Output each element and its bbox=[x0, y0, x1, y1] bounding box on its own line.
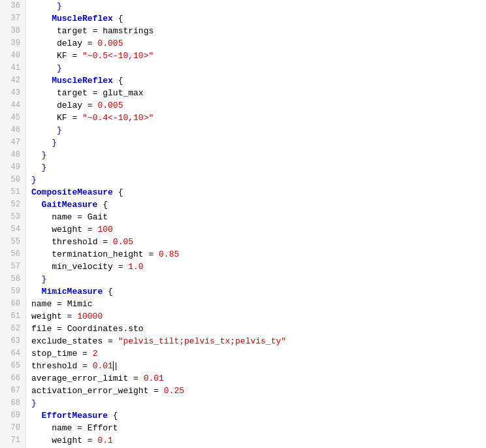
table-row: 40 KF = "~0.5<-10,10>" bbox=[0, 50, 486, 62]
code-token: = bbox=[52, 299, 67, 309]
code-token: = bbox=[67, 113, 82, 123]
table-row: 36 } bbox=[0, 0, 486, 12]
line-content[interactable]: } bbox=[26, 174, 486, 186]
line-content[interactable]: } bbox=[26, 149, 486, 161]
line-content[interactable]: activation_error_weight = 0.25 bbox=[26, 385, 486, 397]
table-row: 42 MuscleReflex { bbox=[0, 74, 486, 87]
table-row: 64stop_time = 2 bbox=[0, 347, 486, 360]
code-token: name bbox=[52, 423, 72, 433]
line-content[interactable]: KF = "~0.5<-10,10>" bbox=[26, 50, 486, 62]
code-token: = bbox=[88, 88, 103, 98]
code-token: stop_time bbox=[31, 349, 77, 359]
line-number: 64 bbox=[0, 347, 26, 360]
line-content[interactable]: } bbox=[26, 124, 486, 136]
line-content[interactable]: } bbox=[26, 273, 486, 285]
line-number: 60 bbox=[0, 298, 26, 310]
line-content[interactable]: target = hamstrings bbox=[26, 25, 486, 37]
code-token: } bbox=[57, 63, 62, 73]
table-row: 65threshold = 0.01| bbox=[0, 360, 486, 372]
code-token: name bbox=[52, 212, 72, 222]
code-token: target bbox=[57, 88, 88, 98]
line-number: 36 bbox=[0, 0, 26, 12]
line-content[interactable]: MuscleReflex { bbox=[26, 12, 486, 25]
code-token: = bbox=[128, 374, 143, 383]
line-content[interactable]: } bbox=[26, 0, 486, 12]
line-content[interactable]: } bbox=[26, 136, 486, 149]
code-token: = bbox=[97, 237, 112, 247]
line-content[interactable]: KF = "~0.4<-10,10>" bbox=[26, 112, 486, 124]
table-row: 38 target = hamstrings bbox=[0, 25, 486, 37]
line-content[interactable]: name = Gait bbox=[26, 211, 486, 223]
code-token: = bbox=[148, 386, 163, 396]
line-content[interactable]: name = Effort bbox=[26, 422, 486, 434]
table-row: 37 MuscleReflex { bbox=[0, 12, 486, 25]
code-token: glut_max bbox=[103, 88, 143, 98]
code-token: min_velocity bbox=[52, 262, 113, 272]
table-row: 53 name = Gait bbox=[0, 211, 486, 223]
line-content[interactable]: exclude_states = "pelvis_tilt;pelvis_tx;… bbox=[26, 335, 486, 347]
code-token: Mimic bbox=[67, 299, 93, 309]
code-token: { bbox=[108, 411, 118, 421]
line-content[interactable]: CompositeMeasure { bbox=[26, 186, 486, 199]
line-content[interactable]: MuscleReflex { bbox=[26, 74, 486, 87]
code-token: Effort bbox=[88, 423, 118, 433]
code-token: = bbox=[77, 349, 92, 359]
line-content[interactable]: delay = 0.005 bbox=[26, 99, 486, 112]
table-row: 46 } bbox=[0, 124, 486, 136]
code-token: weight bbox=[31, 312, 62, 321]
code-token: = bbox=[144, 249, 159, 259]
line-content[interactable]: threshold = 0.05 bbox=[26, 236, 486, 248]
line-content[interactable]: } bbox=[26, 161, 486, 174]
code-token: KF bbox=[57, 113, 67, 123]
code-token: Gait bbox=[88, 212, 108, 222]
code-token: 0.01 bbox=[93, 361, 113, 371]
line-content[interactable]: weight = 10000 bbox=[26, 310, 486, 323]
line-content[interactable]: weight = 100 bbox=[26, 223, 486, 236]
code-token: = bbox=[82, 101, 97, 110]
line-content[interactable]: weight = 0.1 bbox=[26, 434, 486, 447]
line-content[interactable]: EffortMeasure { bbox=[26, 409, 486, 422]
code-token: { bbox=[113, 76, 123, 86]
line-content[interactable]: average_error_limit = 0.01 bbox=[26, 372, 486, 385]
line-number: 65 bbox=[0, 360, 26, 372]
line-content[interactable]: } bbox=[26, 62, 486, 74]
line-number: 71 bbox=[0, 434, 26, 447]
line-content[interactable]: } bbox=[26, 397, 486, 409]
line-content[interactable]: file = Coordinates.sto bbox=[26, 323, 486, 335]
line-number: 69 bbox=[0, 409, 26, 422]
line-number: 68 bbox=[0, 397, 26, 409]
code-token: target bbox=[57, 26, 88, 36]
line-content[interactable]: target = glut_max bbox=[26, 87, 486, 99]
code-token: Coordinates.sto bbox=[67, 324, 144, 334]
line-content[interactable]: MimicMeasure { bbox=[26, 285, 486, 298]
line-content[interactable]: GaitMeasure { bbox=[26, 199, 486, 211]
table-row: 68} bbox=[0, 397, 486, 409]
table-row: 63exclude_states = "pelvis_tilt;pelvis_t… bbox=[0, 335, 486, 347]
code-token: 10000 bbox=[77, 312, 103, 321]
code-token: = bbox=[77, 361, 92, 371]
table-row: 47 } bbox=[0, 136, 486, 149]
code-token: 0.005 bbox=[97, 39, 123, 48]
code-token: weight bbox=[52, 225, 82, 234]
code-token: | bbox=[113, 361, 119, 371]
line-content[interactable]: stop_time = 2 bbox=[26, 347, 486, 360]
line-content[interactable]: delay = 0.005 bbox=[26, 37, 486, 50]
code-token: MuscleReflex bbox=[52, 76, 113, 86]
table-row: 44 delay = 0.005 bbox=[0, 99, 486, 112]
line-number: 47 bbox=[0, 136, 26, 149]
line-content[interactable]: name = Mimic bbox=[26, 298, 486, 310]
code-token: } bbox=[42, 150, 47, 160]
table-row: 60name = Mimic bbox=[0, 298, 486, 310]
table-row: 71 weight = 0.1 bbox=[0, 434, 486, 447]
line-content[interactable]: threshold = 0.01| bbox=[26, 360, 486, 372]
code-token: 0.01 bbox=[144, 374, 164, 383]
table-row: 67activation_error_weight = 0.25 bbox=[0, 385, 486, 397]
code-token: 0.05 bbox=[113, 237, 133, 247]
line-content[interactable]: termination_height = 0.85 bbox=[26, 248, 486, 261]
table-row: 55 threshold = 0.05 bbox=[0, 236, 486, 248]
line-number: 61 bbox=[0, 310, 26, 323]
code-token: } bbox=[42, 274, 47, 284]
line-content[interactable]: min_velocity = 1.0 bbox=[26, 261, 486, 273]
code-token: KF bbox=[57, 51, 67, 61]
line-number: 54 bbox=[0, 223, 26, 236]
